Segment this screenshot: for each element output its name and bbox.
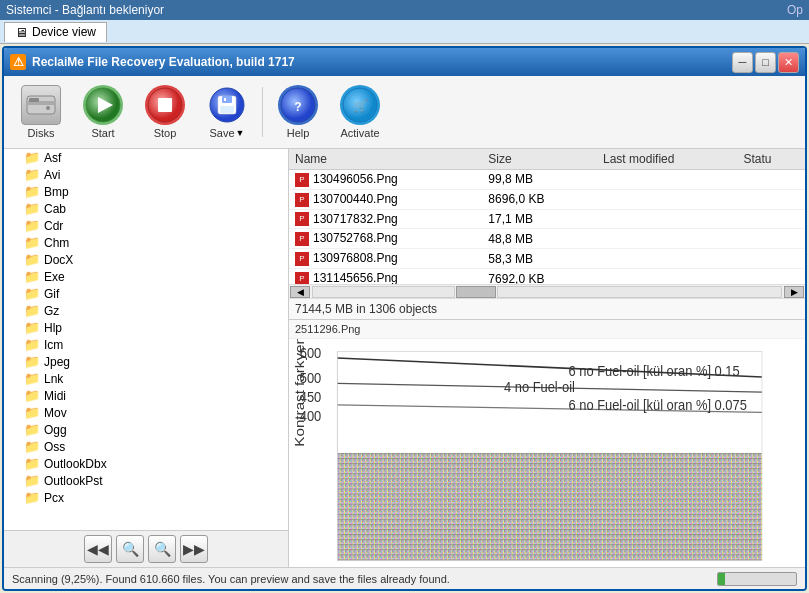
tree-item-cab[interactable]: 📁Cab — [4, 200, 288, 217]
table-row[interactable]: P130976808.Png 58,3 MB — [289, 249, 805, 269]
file-icon: P — [295, 212, 309, 226]
title-bar-buttons: ─ □ ✕ — [732, 52, 799, 73]
folder-icon: 📁 — [24, 167, 40, 182]
nav-first-button[interactable]: ◀◀ — [84, 535, 112, 563]
file-size-cell: 99,8 MB — [482, 170, 597, 190]
file-size-cell: 58,3 MB — [482, 249, 597, 269]
tree-item-midi[interactable]: 📁Midi — [4, 387, 288, 404]
tree-item-outlookpst[interactable]: 📁OutlookPst — [4, 472, 288, 489]
file-status-cell — [738, 249, 806, 269]
device-tab[interactable]: 🖥 Device view — [4, 22, 107, 42]
tree-item-bmp[interactable]: 📁Bmp — [4, 183, 288, 200]
tree-item-cdr[interactable]: 📁Cdr — [4, 217, 288, 234]
col-modified[interactable]: Last modified — [597, 149, 737, 170]
tree-item-jpeg[interactable]: 📁Jpeg — [4, 353, 288, 370]
tree-item-mov[interactable]: 📁Mov — [4, 404, 288, 421]
file-size-cell: 17,1 MB — [482, 209, 597, 229]
file-status-cell — [738, 269, 806, 284]
preview-chart: Kontrast farkyeni 600 500 450 400 — [289, 339, 805, 567]
tree-item-label: Icm — [44, 338, 63, 352]
tree-item-exe[interactable]: 📁Exe — [4, 268, 288, 285]
file-size-cell: 8696,0 KB — [482, 189, 597, 209]
tree-item-hlp[interactable]: 📁Hlp — [4, 319, 288, 336]
preview-filename: 2511296.Png — [289, 320, 805, 339]
col-status[interactable]: Statu — [738, 149, 806, 170]
tree-scroll[interactable]: 📁Asf📁Avi📁Bmp📁Cab📁Cdr📁Chm📁DocX📁Exe📁Gif📁Gz… — [4, 149, 288, 530]
tree-item-label: Asf — [44, 151, 61, 165]
help-button[interactable]: ? Help — [269, 80, 327, 144]
tree-item-pcx[interactable]: 📁Pcx — [4, 489, 288, 506]
main-window: ⚠ ReclaiMe File Recovery Evaluation, bui… — [2, 46, 807, 591]
tree-item-ogg[interactable]: 📁Ogg — [4, 421, 288, 438]
tree-item-lnk[interactable]: 📁Lnk — [4, 370, 288, 387]
folder-icon: 📁 — [24, 218, 40, 233]
table-row[interactable]: P131145656.Png 7692,0 KB — [289, 269, 805, 284]
minimize-button[interactable]: ─ — [732, 52, 753, 73]
table-row[interactable]: P130752768.Png 48,8 MB — [289, 229, 805, 249]
folder-icon: 📁 — [24, 439, 40, 454]
tree-navigation: ◀◀ 🔍 🔍 ▶▶ — [4, 530, 288, 567]
svg-rect-11 — [220, 106, 234, 113]
file-status-cell — [738, 209, 806, 229]
stop-icon — [145, 85, 185, 125]
top-bar-text: Sistemci - Bağlantı bekleniyor — [6, 3, 164, 17]
right-panel: Name Size Last modified Statu P130496056… — [289, 149, 805, 567]
table-row[interactable]: P130700440.Png 8696,0 KB — [289, 189, 805, 209]
col-size[interactable]: Size — [482, 149, 597, 170]
stop-button[interactable]: Stop — [136, 80, 194, 144]
tree-item-gif[interactable]: 📁Gif — [4, 285, 288, 302]
tree-item-label: Cdr — [44, 219, 63, 233]
maximize-button[interactable]: □ — [755, 52, 776, 73]
stop-label: Stop — [154, 127, 177, 139]
tree-item-chm[interactable]: 📁Chm — [4, 234, 288, 251]
device-tab-bar: 🖥 Device view — [0, 20, 809, 44]
tree-item-asf[interactable]: 📁Asf — [4, 149, 288, 166]
tree-item-oss[interactable]: 📁Oss — [4, 438, 288, 455]
svg-text:600: 600 — [300, 344, 322, 361]
svg-rect-47 — [337, 453, 762, 561]
file-modified-cell — [597, 229, 737, 249]
tree-item-label: OutlookDbx — [44, 457, 107, 471]
file-modified-cell — [597, 249, 737, 269]
save-dropdown-arrow[interactable]: ▼ — [236, 128, 245, 138]
activate-icon: 🛒 — [340, 85, 380, 125]
nav-last-button[interactable]: ▶▶ — [180, 535, 208, 563]
folder-icon: 📁 — [24, 150, 40, 165]
tree-item-icm[interactable]: 📁Icm — [4, 336, 288, 353]
file-modified-cell — [597, 269, 737, 284]
file-modified-cell — [597, 189, 737, 209]
save-button[interactable]: Save ▼ — [198, 80, 256, 144]
svg-text:400: 400 — [300, 407, 322, 424]
nav-search2-button[interactable]: 🔍 — [148, 535, 176, 563]
folder-icon: 📁 — [24, 354, 40, 369]
horizontal-scrollbar[interactable]: ◀ ▶ — [289, 284, 805, 298]
file-table: Name Size Last modified Statu P130496056… — [289, 149, 805, 284]
table-row[interactable]: P130496056.Png 99,8 MB — [289, 170, 805, 190]
tree-item-label: Gif — [44, 287, 59, 301]
svg-text:6 no  Fuel-oil  [kül oran %] 0: 6 no Fuel-oil [kül oran %] 0.075 — [569, 396, 747, 413]
file-name-cell: P130976808.Png — [289, 249, 482, 269]
disks-button[interactable]: Disks — [12, 80, 70, 144]
svg-text:450: 450 — [300, 388, 322, 405]
file-modified-cell — [597, 209, 737, 229]
folder-icon: 📁 — [24, 269, 40, 284]
svg-text:4    no  Fuel-oil: 4 no Fuel-oil — [504, 378, 575, 395]
tree-item-gz[interactable]: 📁Gz — [4, 302, 288, 319]
folder-icon: 📁 — [24, 337, 40, 352]
activate-button[interactable]: 🛒 Activate — [331, 80, 389, 144]
col-name[interactable]: Name — [289, 149, 482, 170]
top-menu-op[interactable]: Op — [787, 3, 803, 17]
tree-item-avi[interactable]: 📁Avi — [4, 166, 288, 183]
table-row[interactable]: P130717832.Png 17,1 MB — [289, 209, 805, 229]
device-icon: 🖥 — [15, 25, 28, 40]
title-bar-left: ⚠ ReclaiMe File Recovery Evaluation, bui… — [10, 54, 295, 70]
svg-text:500: 500 — [300, 369, 322, 386]
close-button[interactable]: ✕ — [778, 52, 799, 73]
folder-icon: 📁 — [24, 201, 40, 216]
nav-search-button[interactable]: 🔍 — [116, 535, 144, 563]
start-label: Start — [91, 127, 114, 139]
start-button[interactable]: Start — [74, 80, 132, 144]
tree-item-docx[interactable]: 📁DocX — [4, 251, 288, 268]
tree-item-outlookdbx[interactable]: 📁OutlookDbx — [4, 455, 288, 472]
folder-icon: 📁 — [24, 490, 40, 505]
